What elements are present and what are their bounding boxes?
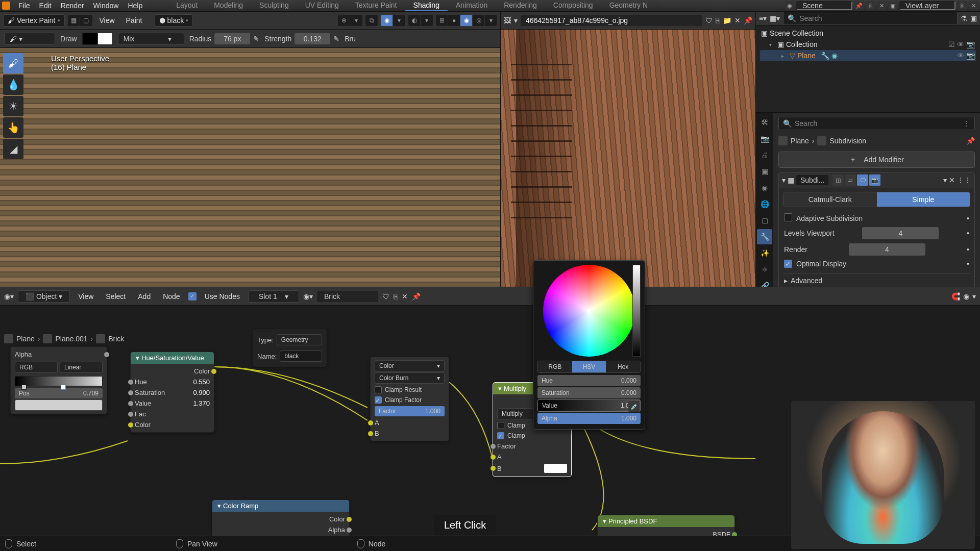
scene-new-icon[interactable]: ⎘ (866, 1, 875, 10)
mod-dd-icon[interactable]: ▾ (943, 176, 947, 184)
adaptive-checkbox[interactable] (784, 213, 792, 221)
tab-uv[interactable]: UV Editing (297, 0, 347, 11)
value-slider[interactable] (632, 265, 641, 357)
ne-select-menu[interactable]: Select (102, 291, 130, 302)
ptab-render-icon[interactable]: 📷 (757, 131, 772, 146)
clamp-cb[interactable] (497, 422, 504, 429)
mode-dropdown[interactable]: 🖌 Vertex Paint▾ (3, 14, 65, 27)
disclosure-icon[interactable]: ▸ (781, 53, 788, 59)
smear-tool-icon[interactable]: 👆 (3, 117, 23, 138)
new-material-icon[interactable]: ⎘ (394, 292, 398, 300)
options-icon[interactable]: ⋮ (963, 119, 970, 128)
color-wheel[interactable] (543, 265, 635, 357)
toggle-wire-icon[interactable]: ▢ (80, 15, 92, 26)
pen-pressure-strength-icon[interactable]: ✎ (333, 35, 339, 43)
mod-render-icon[interactable]: 📷 (869, 174, 880, 186)
ptab-modifier-icon[interactable]: 🔧 (757, 229, 772, 244)
decorator-icon[interactable]: • (967, 260, 969, 268)
tab-hsv[interactable]: HSV (572, 361, 606, 372)
color-ramp-gradient[interactable] (15, 376, 103, 386)
hide-viewport-icon[interactable]: 👁 (957, 40, 964, 48)
decorator-icon[interactable]: • (967, 229, 969, 237)
tab-texpaint[interactable]: Texture Paint (347, 0, 405, 11)
material-browse-icon[interactable]: ◉▾ (303, 292, 313, 300)
menu-window[interactable]: Window (89, 1, 123, 11)
viewlayer-new-icon[interactable]: ⎘ (958, 1, 967, 10)
disable-render-icon[interactable]: 📷 (966, 52, 975, 60)
fake-user-icon[interactable]: 🛡 (382, 292, 389, 300)
ne-view-menu[interactable]: View (74, 291, 97, 302)
average-tool-icon[interactable]: ☀ (3, 96, 23, 116)
display-mode-icon[interactable]: ▦▾ (770, 14, 780, 22)
overlay-icon[interactable]: ◉ (963, 292, 969, 300)
tab-rendering[interactable]: Rendering (496, 0, 545, 11)
editor-type-icon[interactable]: ◉▾ (4, 292, 14, 300)
seg-catmull[interactable]: Catmull-Clark (783, 192, 877, 207)
sat-slider[interactable]: Saturation0.000 (537, 387, 641, 398)
pin-icon[interactable]: 📌 (744, 16, 752, 24)
toggle-mask-icon[interactable]: ▦ (68, 15, 80, 26)
snap-icon[interactable]: 🧲 (951, 292, 960, 300)
scene-name-input[interactable] (796, 1, 852, 10)
pin-icon[interactable]: 📌 (412, 292, 421, 300)
mod-edit-icon[interactable]: ◫ (832, 174, 844, 186)
subdivision-type[interactable]: Catmull-Clark Simple (783, 192, 970, 207)
tab-layout[interactable]: Layout (168, 0, 206, 11)
brush-colors[interactable] (82, 33, 113, 45)
shading-dd-icon[interactable]: ▾ (421, 15, 433, 26)
alpha-slider[interactable]: Alpha1.000 (537, 413, 641, 424)
clamp-cb2[interactable]: ✓ (497, 432, 504, 439)
shade-matcap-icon[interactable]: ◉ (460, 15, 473, 26)
new-image-icon[interactable]: ⎘ (716, 16, 720, 24)
node-mix-colorburn[interactable]: Color▾ Color Burn▾ Clamp Result ✓Clamp F… (370, 357, 449, 441)
ne-node-menu[interactable]: Node (159, 291, 184, 302)
hue-slider[interactable]: Hue0.000 (537, 375, 641, 386)
shade-dd-icon[interactable]: ▾ (485, 15, 497, 26)
open-image-icon[interactable]: 📁 (723, 16, 731, 24)
tab-animation[interactable]: Animation (448, 0, 496, 11)
advanced-label[interactable]: Advanced (788, 277, 969, 285)
fake-user-icon[interactable]: 🛡 (705, 16, 713, 24)
props-search[interactable]: 🔍 Search ⋮ (778, 117, 975, 130)
node-color-ramp-1[interactable]: Alpha RGB Linear Pos0.709 (10, 346, 107, 414)
mod-display-icon[interactable]: 🖵 (857, 174, 868, 186)
gradient-tool-icon[interactable]: ◢ (3, 139, 23, 159)
view-menu[interactable]: View (95, 15, 119, 26)
ramp-lin-dd[interactable]: Linear (60, 362, 103, 373)
outliner-search[interactable]: 🔍 Search (783, 12, 958, 25)
levels-viewport-value[interactable]: 4 (862, 227, 939, 239)
ptab-scene-icon[interactable]: ◉ (757, 180, 772, 195)
ne-add-menu[interactable]: Add (134, 291, 155, 302)
overlays-icon[interactable]: ◉ (381, 15, 393, 26)
ptab-physics-icon[interactable]: ⚛ (757, 262, 772, 277)
color-picker-popup[interactable]: RGB HSV Hex Hue0.000 Saturation0.000 Val… (533, 260, 645, 430)
overlays-dd-icon[interactable]: ▾ (393, 15, 405, 26)
tab-modeling[interactable]: Modeling (206, 0, 251, 11)
viewport-3d[interactable]: 🖌 💧 ☀ 👆 ◢ User Perspective (16) Plane (0, 48, 500, 287)
snap-icon[interactable]: ⧉ (365, 15, 378, 26)
scene-icon[interactable]: ◉ (785, 1, 794, 10)
disclosure-icon[interactable]: ▾ (769, 42, 775, 47)
color-cursor[interactable] (586, 308, 592, 313)
disclosure-icon[interactable]: ▾ (782, 176, 786, 184)
viewlayer-del-icon[interactable]: ✕ (969, 1, 978, 10)
eyedropper-icon[interactable]: 💉 (628, 401, 640, 412)
tree-scene-collection[interactable]: ▣ Scene Collection (760, 28, 976, 39)
val-slider[interactable]: Value1.000 (537, 399, 641, 412)
menu-file[interactable]: File (14, 1, 34, 11)
tab-compositing[interactable]: Compositing (545, 0, 601, 11)
attr-type-dd[interactable]: Geometry (277, 334, 322, 345)
add-modifier-button[interactable]: ＋ Add Modifier (778, 152, 975, 168)
radius-value[interactable]: 76 px (214, 33, 250, 44)
ptab-tool-icon[interactable]: 🛠 (757, 115, 772, 130)
secondary-color-swatch[interactable] (97, 33, 113, 45)
strength-value[interactable]: 0.132 (295, 33, 330, 44)
gizmo-icon[interactable]: ⊕ (338, 15, 350, 26)
shader-type-dropdown[interactable]: ⬛ Object ▾ (18, 290, 70, 303)
tab-shading[interactable]: Shading (405, 0, 448, 11)
tree-plane[interactable]: ▸ ▽ Plane 🔧 ◉ 👁 📷 (760, 50, 976, 61)
disclosure-icon[interactable]: ▾ (136, 354, 139, 362)
draw-tool-icon[interactable]: 🖌 (3, 53, 23, 73)
menu-help[interactable]: Help (124, 1, 146, 11)
disclosure-icon[interactable]: ▸ (784, 277, 788, 285)
